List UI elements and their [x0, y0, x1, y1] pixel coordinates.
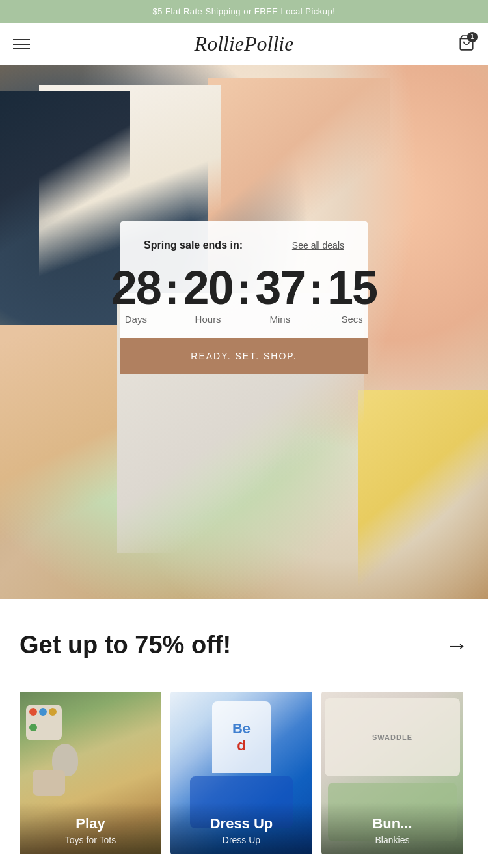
days-segment: 28 Days	[111, 264, 161, 325]
category-item-blankies[interactable]: SWADDLE Bun... Blankies	[321, 692, 463, 854]
countdown-numbers: 28 Days : 20 Hours : 37 Mins : 15 Secs	[144, 264, 344, 325]
menu-button[interactable]	[13, 39, 33, 49]
category-section: Play Toys for Tots Be d Dress Up Dress U…	[0, 679, 488, 867]
days-label: Days	[125, 314, 147, 325]
promo-section: Get up to 75% off! →	[0, 599, 488, 679]
hours-value: 20	[183, 264, 233, 311]
announcement-bar: $5 Flat Rate Shipping or FREE Local Pick…	[0, 0, 488, 23]
promo-text: Get up to 75% off!	[20, 631, 231, 659]
category-grid: Play Toys for Tots Be d Dress Up Dress U…	[0, 692, 488, 854]
colon-3: :	[307, 266, 325, 310]
category-dressup-name: Dress Up	[180, 815, 303, 832]
mins-label: Mins	[270, 314, 291, 325]
logo[interactable]: RolliePollie	[33, 32, 455, 56]
category-blankies-sub: Blankies	[331, 835, 454, 845]
category-play-overlay: Play Toys for Tots	[20, 802, 161, 854]
category-dressup-overlay: Dress Up Dress Up	[170, 802, 312, 854]
countdown-title: Spring sale ends in:	[144, 239, 243, 251]
category-play-sub: Toys for Tots	[29, 835, 152, 845]
countdown-card: Spring sale ends in: See all deals 28 Da…	[120, 221, 368, 374]
secs-label: Secs	[341, 314, 362, 325]
mins-value: 37	[255, 264, 305, 311]
see-all-deals-link[interactable]: See all deals	[292, 240, 344, 251]
promo-arrow-button[interactable]: →	[445, 632, 468, 659]
announcement-text: $5 Flat Rate Shipping or FREE Local Pick…	[153, 7, 336, 16]
countdown-header: Spring sale ends in: See all deals	[144, 239, 344, 251]
days-value: 28	[111, 264, 161, 311]
shop-now-button[interactable]: READY. SET. SHOP.	[120, 338, 368, 374]
category-blankies-name: Bun...	[331, 815, 454, 832]
secs-value: 15	[327, 264, 377, 311]
cart-button[interactable]: 1	[455, 34, 475, 54]
category-blankies-overlay: Bun... Blankies	[321, 802, 463, 854]
colon-2: :	[236, 266, 253, 310]
header: RolliePollie 1	[0, 23, 488, 65]
mins-segment: 37 Mins	[255, 264, 305, 325]
colon-1: :	[163, 266, 181, 310]
category-item-dressup[interactable]: Be d Dress Up Dress Up	[170, 692, 312, 854]
hours-label: Hours	[195, 314, 221, 325]
secs-segment: 15 Secs	[327, 264, 377, 325]
category-play-name: Play	[29, 815, 152, 832]
hero-section: Spring sale ends in: See all deals 28 Da…	[0, 65, 488, 599]
cart-badge: 1	[467, 32, 478, 42]
category-item-play[interactable]: Play Toys for Tots	[20, 692, 161, 854]
category-dressup-sub: Dress Up	[180, 835, 303, 845]
hours-segment: 20 Hours	[183, 264, 233, 325]
